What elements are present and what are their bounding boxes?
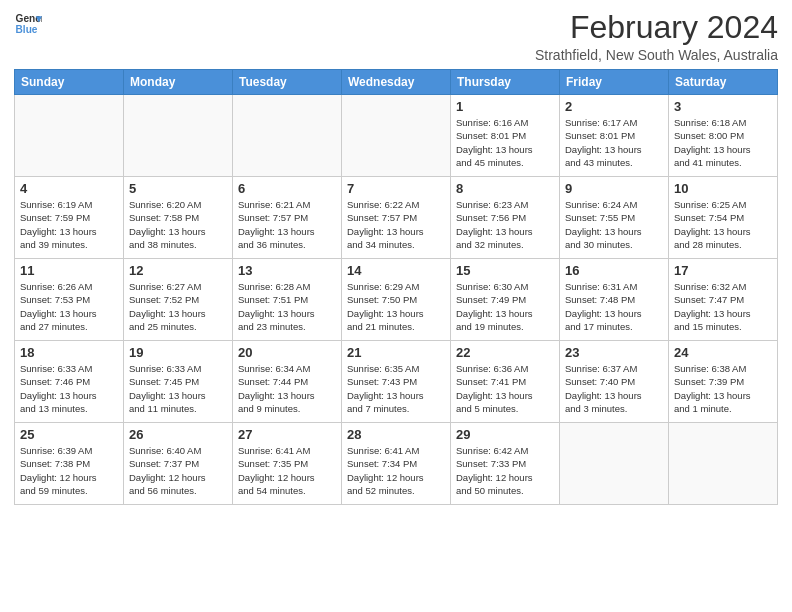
calendar-cell: 2Sunrise: 6:17 AMSunset: 8:01 PMDaylight… bbox=[560, 95, 669, 177]
calendar-cell: 16Sunrise: 6:31 AMSunset: 7:48 PMDayligh… bbox=[560, 259, 669, 341]
weekday-header-sunday: Sunday bbox=[15, 70, 124, 95]
calendar-cell: 5Sunrise: 6:20 AMSunset: 7:58 PMDaylight… bbox=[124, 177, 233, 259]
calendar-week-4: 18Sunrise: 6:33 AMSunset: 7:46 PMDayligh… bbox=[15, 341, 778, 423]
weekday-header-thursday: Thursday bbox=[451, 70, 560, 95]
calendar-cell: 26Sunrise: 6:40 AMSunset: 7:37 PMDayligh… bbox=[124, 423, 233, 505]
calendar-cell bbox=[560, 423, 669, 505]
day-number: 11 bbox=[20, 263, 118, 278]
calendar-cell: 19Sunrise: 6:33 AMSunset: 7:45 PMDayligh… bbox=[124, 341, 233, 423]
day-number: 28 bbox=[347, 427, 445, 442]
day-number: 5 bbox=[129, 181, 227, 196]
calendar-cell bbox=[342, 95, 451, 177]
day-number: 7 bbox=[347, 181, 445, 196]
day-number: 17 bbox=[674, 263, 772, 278]
day-info: Sunrise: 6:34 AMSunset: 7:44 PMDaylight:… bbox=[238, 362, 336, 415]
day-number: 16 bbox=[565, 263, 663, 278]
svg-text:Blue: Blue bbox=[16, 24, 38, 35]
day-info: Sunrise: 6:35 AMSunset: 7:43 PMDaylight:… bbox=[347, 362, 445, 415]
calendar-week-5: 25Sunrise: 6:39 AMSunset: 7:38 PMDayligh… bbox=[15, 423, 778, 505]
day-info: Sunrise: 6:32 AMSunset: 7:47 PMDaylight:… bbox=[674, 280, 772, 333]
calendar-cell bbox=[233, 95, 342, 177]
calendar-cell: 8Sunrise: 6:23 AMSunset: 7:56 PMDaylight… bbox=[451, 177, 560, 259]
weekday-header-friday: Friday bbox=[560, 70, 669, 95]
day-info: Sunrise: 6:37 AMSunset: 7:40 PMDaylight:… bbox=[565, 362, 663, 415]
day-info: Sunrise: 6:16 AMSunset: 8:01 PMDaylight:… bbox=[456, 116, 554, 169]
day-number: 9 bbox=[565, 181, 663, 196]
day-info: Sunrise: 6:22 AMSunset: 7:57 PMDaylight:… bbox=[347, 198, 445, 251]
calendar-cell: 12Sunrise: 6:27 AMSunset: 7:52 PMDayligh… bbox=[124, 259, 233, 341]
day-info: Sunrise: 6:21 AMSunset: 7:57 PMDaylight:… bbox=[238, 198, 336, 251]
day-info: Sunrise: 6:38 AMSunset: 7:39 PMDaylight:… bbox=[674, 362, 772, 415]
calendar-cell bbox=[124, 95, 233, 177]
day-info: Sunrise: 6:28 AMSunset: 7:51 PMDaylight:… bbox=[238, 280, 336, 333]
day-number: 29 bbox=[456, 427, 554, 442]
day-info: Sunrise: 6:27 AMSunset: 7:52 PMDaylight:… bbox=[129, 280, 227, 333]
calendar-cell: 29Sunrise: 6:42 AMSunset: 7:33 PMDayligh… bbox=[451, 423, 560, 505]
calendar-cell: 7Sunrise: 6:22 AMSunset: 7:57 PMDaylight… bbox=[342, 177, 451, 259]
calendar-cell: 22Sunrise: 6:36 AMSunset: 7:41 PMDayligh… bbox=[451, 341, 560, 423]
day-info: Sunrise: 6:23 AMSunset: 7:56 PMDaylight:… bbox=[456, 198, 554, 251]
day-number: 18 bbox=[20, 345, 118, 360]
day-number: 25 bbox=[20, 427, 118, 442]
calendar-cell: 21Sunrise: 6:35 AMSunset: 7:43 PMDayligh… bbox=[342, 341, 451, 423]
calendar-week-3: 11Sunrise: 6:26 AMSunset: 7:53 PMDayligh… bbox=[15, 259, 778, 341]
day-info: Sunrise: 6:31 AMSunset: 7:48 PMDaylight:… bbox=[565, 280, 663, 333]
calendar-week-1: 1Sunrise: 6:16 AMSunset: 8:01 PMDaylight… bbox=[15, 95, 778, 177]
calendar-cell: 10Sunrise: 6:25 AMSunset: 7:54 PMDayligh… bbox=[669, 177, 778, 259]
day-info: Sunrise: 6:33 AMSunset: 7:46 PMDaylight:… bbox=[20, 362, 118, 415]
day-number: 1 bbox=[456, 99, 554, 114]
day-number: 12 bbox=[129, 263, 227, 278]
day-number: 15 bbox=[456, 263, 554, 278]
calendar-cell: 9Sunrise: 6:24 AMSunset: 7:55 PMDaylight… bbox=[560, 177, 669, 259]
day-info: Sunrise: 6:17 AMSunset: 8:01 PMDaylight:… bbox=[565, 116, 663, 169]
logo: General Blue bbox=[14, 10, 42, 38]
day-number: 26 bbox=[129, 427, 227, 442]
subtitle: Strathfield, New South Wales, Australia bbox=[535, 47, 778, 63]
page: General Blue February 2024 Strathfield, … bbox=[0, 0, 792, 612]
calendar-cell: 25Sunrise: 6:39 AMSunset: 7:38 PMDayligh… bbox=[15, 423, 124, 505]
day-info: Sunrise: 6:36 AMSunset: 7:41 PMDaylight:… bbox=[456, 362, 554, 415]
day-info: Sunrise: 6:18 AMSunset: 8:00 PMDaylight:… bbox=[674, 116, 772, 169]
calendar-cell: 18Sunrise: 6:33 AMSunset: 7:46 PMDayligh… bbox=[15, 341, 124, 423]
day-number: 19 bbox=[129, 345, 227, 360]
day-number: 22 bbox=[456, 345, 554, 360]
day-number: 8 bbox=[456, 181, 554, 196]
day-info: Sunrise: 6:26 AMSunset: 7:53 PMDaylight:… bbox=[20, 280, 118, 333]
calendar-cell bbox=[669, 423, 778, 505]
day-info: Sunrise: 6:20 AMSunset: 7:58 PMDaylight:… bbox=[129, 198, 227, 251]
calendar-cell: 17Sunrise: 6:32 AMSunset: 7:47 PMDayligh… bbox=[669, 259, 778, 341]
day-info: Sunrise: 6:40 AMSunset: 7:37 PMDaylight:… bbox=[129, 444, 227, 497]
calendar-cell: 23Sunrise: 6:37 AMSunset: 7:40 PMDayligh… bbox=[560, 341, 669, 423]
day-number: 21 bbox=[347, 345, 445, 360]
day-number: 23 bbox=[565, 345, 663, 360]
weekday-header-tuesday: Tuesday bbox=[233, 70, 342, 95]
day-number: 2 bbox=[565, 99, 663, 114]
day-info: Sunrise: 6:25 AMSunset: 7:54 PMDaylight:… bbox=[674, 198, 772, 251]
day-info: Sunrise: 6:30 AMSunset: 7:49 PMDaylight:… bbox=[456, 280, 554, 333]
day-info: Sunrise: 6:42 AMSunset: 7:33 PMDaylight:… bbox=[456, 444, 554, 497]
calendar-cell: 24Sunrise: 6:38 AMSunset: 7:39 PMDayligh… bbox=[669, 341, 778, 423]
day-number: 14 bbox=[347, 263, 445, 278]
calendar-cell: 13Sunrise: 6:28 AMSunset: 7:51 PMDayligh… bbox=[233, 259, 342, 341]
main-title: February 2024 bbox=[535, 10, 778, 45]
calendar-cell: 6Sunrise: 6:21 AMSunset: 7:57 PMDaylight… bbox=[233, 177, 342, 259]
day-info: Sunrise: 6:29 AMSunset: 7:50 PMDaylight:… bbox=[347, 280, 445, 333]
calendar-cell: 14Sunrise: 6:29 AMSunset: 7:50 PMDayligh… bbox=[342, 259, 451, 341]
day-number: 6 bbox=[238, 181, 336, 196]
day-info: Sunrise: 6:19 AMSunset: 7:59 PMDaylight:… bbox=[20, 198, 118, 251]
calendar-cell: 20Sunrise: 6:34 AMSunset: 7:44 PMDayligh… bbox=[233, 341, 342, 423]
weekday-header-row: SundayMondayTuesdayWednesdayThursdayFrid… bbox=[15, 70, 778, 95]
logo-icon: General Blue bbox=[14, 10, 42, 38]
day-number: 27 bbox=[238, 427, 336, 442]
weekday-header-monday: Monday bbox=[124, 70, 233, 95]
weekday-header-wednesday: Wednesday bbox=[342, 70, 451, 95]
title-block: February 2024 Strathfield, New South Wal… bbox=[535, 10, 778, 63]
day-number: 20 bbox=[238, 345, 336, 360]
day-number: 24 bbox=[674, 345, 772, 360]
calendar-cell: 4Sunrise: 6:19 AMSunset: 7:59 PMDaylight… bbox=[15, 177, 124, 259]
calendar-cell: 15Sunrise: 6:30 AMSunset: 7:49 PMDayligh… bbox=[451, 259, 560, 341]
header: General Blue February 2024 Strathfield, … bbox=[14, 10, 778, 63]
day-info: Sunrise: 6:33 AMSunset: 7:45 PMDaylight:… bbox=[129, 362, 227, 415]
calendar-table: SundayMondayTuesdayWednesdayThursdayFrid… bbox=[14, 69, 778, 505]
calendar-cell: 3Sunrise: 6:18 AMSunset: 8:00 PMDaylight… bbox=[669, 95, 778, 177]
